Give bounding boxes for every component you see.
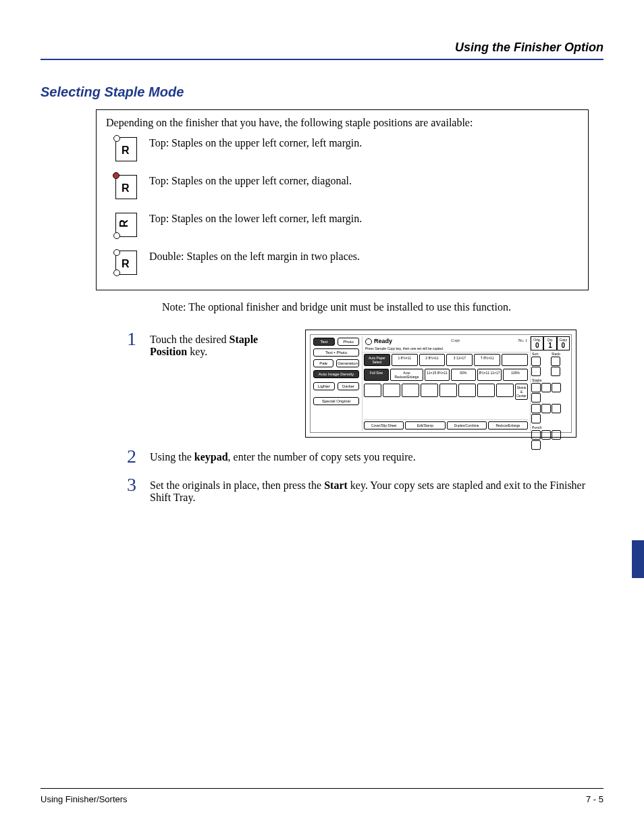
staple-position-key[interactable] <box>552 404 561 413</box>
orig-counter: Orig.0 <box>531 336 543 350</box>
section-tab <box>632 540 644 578</box>
note: Note: The optional finisher and bridge u… <box>162 301 603 313</box>
copy-label: Copy <box>449 336 462 346</box>
staple-position-key[interactable] <box>541 404 551 413</box>
lighter-button[interactable]: Lighter <box>313 382 335 390</box>
ready-status: Ready <box>363 336 395 346</box>
sort-option[interactable] <box>531 367 541 376</box>
staple-position-key[interactable] <box>552 383 561 392</box>
auto-density-button[interactable]: Auto Image Density <box>313 370 359 378</box>
orientation-icon[interactable] <box>496 384 514 397</box>
panel-left-column: Text Photo Text • Photo Pale Generation … <box>312 336 360 431</box>
stack-label: Stack: <box>550 350 570 356</box>
punch-option[interactable] <box>531 440 541 450</box>
staple-position-key[interactable] <box>531 414 541 423</box>
text-photo-button[interactable]: Text • Photo <box>313 348 359 357</box>
punch-label: Punch: <box>531 424 570 429</box>
darker-button[interactable]: Darker <box>338 382 359 390</box>
staple-options-box: Depending on the finisher that you have,… <box>96 109 589 290</box>
staple-icon-diagonal: R <box>115 175 137 199</box>
tray-1[interactable]: 1 8½×11 <box>392 354 418 366</box>
staple-desc: Double: Staples on the left margin in tw… <box>149 251 360 263</box>
staple-option-lower-left: R Top: Staples on the lower left corner,… <box>115 213 579 237</box>
qty-counter: Qty.1 <box>543 336 556 350</box>
step-number: 3 <box>127 475 146 494</box>
step-text-pre: Set the originals in place, then press t… <box>150 479 324 491</box>
generation-button[interactable]: Generation <box>336 359 359 367</box>
special-original-button[interactable]: Special Original <box>313 397 359 405</box>
photo-button[interactable]: Photo <box>338 338 359 346</box>
copier-panel-screenshot: Text Photo Text • Photo Pale Generation … <box>305 330 576 438</box>
tray-bypass[interactable]: T 8½×11 <box>474 354 500 366</box>
step-number: 1 <box>127 330 146 348</box>
reduce-enlarge-button[interactable]: Reduce/Enlarge <box>488 421 528 429</box>
staple-label: Staple: <box>531 377 570 382</box>
section-title: Selecting Staple Mode <box>41 84 603 100</box>
staple-desc: Top: Staples on the upper left corner, l… <box>149 137 362 149</box>
running-header: Using the Finisher Option <box>41 41 603 60</box>
staple-icon-top-left: R <box>115 137 137 161</box>
staple-desc: Top: Staples on the lower left corner, l… <box>149 213 362 225</box>
stack-option[interactable] <box>551 367 560 376</box>
step-text-pre: Using the <box>150 451 194 463</box>
ready-subtext: Press Sample Copy key, then one set will… <box>363 346 529 353</box>
scale-preset-1[interactable]: 11×15 8½×11 <box>425 369 450 381</box>
auto-reduce-enlarge[interactable]: Auto Reduce/Enlarge <box>390 369 424 381</box>
staple-position-key[interactable] <box>531 383 541 392</box>
orientation-icon[interactable] <box>458 384 476 397</box>
edit-stamp-button[interactable]: Edit/Stamp <box>405 421 445 429</box>
scale-preset-2[interactable]: 8½×11 11×17 <box>477 369 502 381</box>
stack-option[interactable] <box>551 357 560 366</box>
tray-extra[interactable] <box>502 354 528 366</box>
orientation-icon[interactable] <box>383 384 400 397</box>
text-button[interactable]: Text <box>313 338 335 346</box>
panel-right-column: Orig.0 Qty.1 Copy0 Sort: Stack: <box>530 336 570 431</box>
job-number: No. 1 <box>516 336 529 346</box>
tray-3[interactable]: 3 11×17 <box>446 354 473 366</box>
scale-100[interactable]: 100% <box>503 369 528 381</box>
staple-position-key[interactable] <box>541 383 551 392</box>
staple-option-double: R Double: Staples on the left margin in … <box>115 251 579 275</box>
staple-option-top-left-margin: R Top: Staples on the upper left corner,… <box>115 137 579 161</box>
orientation-icon[interactable] <box>364 384 381 397</box>
pale-button[interactable]: Pale <box>313 359 333 367</box>
copy-counter: Copy0 <box>557 336 570 350</box>
step-text-post: key. <box>187 346 207 357</box>
duplex-combine-button[interactable]: Duplex/Combine <box>447 421 487 429</box>
punch-option[interactable] <box>531 430 541 440</box>
shrink-center-button[interactable]: Shrink & Center <box>515 384 528 400</box>
ready-icon <box>365 338 372 345</box>
staple-option-top-left-diagonal: R Top: Staples on the upper left corner,… <box>115 175 579 199</box>
staple-position-key[interactable] <box>531 404 541 413</box>
full-size-button[interactable]: Full Size <box>364 369 389 381</box>
page-footer: Using Finisher/Sorters 7 - 5 <box>41 788 603 804</box>
sort-label: Sort: <box>531 350 550 356</box>
scale-93[interactable]: 93% <box>451 369 476 381</box>
step-1: 1 Touch the desired Staple Position key.… <box>127 330 603 438</box>
tray-2[interactable]: 2 8½×11 <box>419 354 446 366</box>
staple-icon-lower-left: R <box>115 213 137 237</box>
step-text-bold: Start <box>324 479 348 491</box>
auto-paper-select[interactable]: Auto Paper Select <box>364 354 390 366</box>
footer-left: Using Finisher/Sorters <box>41 794 128 804</box>
staple-position-key[interactable] <box>531 393 541 402</box>
steps: 1 Touch the desired Staple Position key.… <box>127 330 603 504</box>
step-number: 2 <box>127 447 146 466</box>
panel-main: Ready Copy No. 1 Press Sample Copy key, … <box>362 336 529 431</box>
orientation-icon[interactable] <box>421 384 438 397</box>
cover-slip-button[interactable]: Cover/Slip Sheet <box>364 421 404 429</box>
footer-right: 7 - 5 <box>586 794 603 804</box>
orientation-icon[interactable] <box>477 384 495 397</box>
step-text-post: , enter the number of copy sets you requ… <box>228 451 416 463</box>
step-text-pre: Touch the desired <box>150 334 230 345</box>
step-text-bold: keypad <box>194 451 228 463</box>
box-intro: Depending on the finisher that you have,… <box>106 117 579 129</box>
orientation-icon[interactable] <box>402 384 419 397</box>
staple-desc: Top: Staples on the upper left corner, d… <box>149 175 352 187</box>
step-3: 3 Set the originals in place, then press… <box>127 475 603 504</box>
punch-option[interactable] <box>552 430 561 440</box>
staple-icon-double: R <box>115 251 137 275</box>
sort-option[interactable] <box>531 357 541 366</box>
orientation-icon[interactable] <box>439 384 457 397</box>
punch-option[interactable] <box>541 430 551 440</box>
